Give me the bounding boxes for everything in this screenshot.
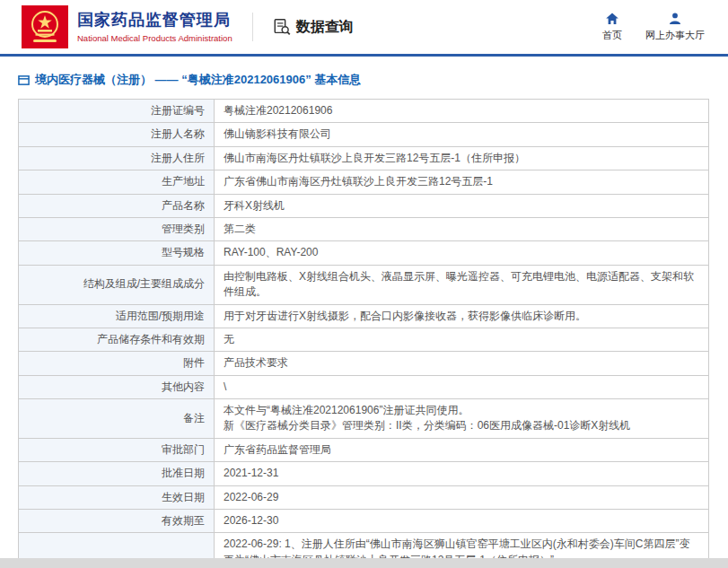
- row-label: 产品储存条件和有效期: [19, 328, 215, 351]
- header: 国家药品监督管理局 National Medical Products Admi…: [0, 0, 728, 54]
- data-query-label: 数据查询: [296, 18, 354, 37]
- row-value: 无: [215, 328, 709, 351]
- table-row: 适用范围/预期用途 用于对牙齿进行X射线摄影，配合口内影像接收器，获得影像供临床…: [19, 304, 709, 328]
- row-value: 2026-12-30: [215, 510, 709, 533]
- row-label: 型号规格: [19, 241, 215, 265]
- table-row: 审批部门 广东省药品监督管理局: [19, 438, 709, 461]
- row-value: \: [215, 375, 709, 398]
- row-value: 粤械注准20212061906: [215, 100, 709, 123]
- table-row: 备注 本文件与“粤械注准20212061906”注册证共同使用。 新《医疗器械分…: [19, 399, 709, 439]
- table-row: 产品名称 牙科X射线机: [19, 194, 709, 217]
- table-row: 生产地址 广东省佛山市南海区丹灶镇联沙上良开发三路12号五层-1: [19, 170, 709, 194]
- table-row: 管理类别 第二类: [19, 217, 709, 240]
- home-icon: [605, 12, 619, 26]
- table-row: 注册人名称 佛山镝影科技有限公司: [19, 123, 709, 146]
- row-label: 批准日期: [19, 462, 215, 485]
- row-value: RAY-100、RAY-200: [215, 241, 709, 265]
- row-value: 广东省佛山市南海区丹灶镇联沙上良开发三路12号五层-1: [215, 170, 709, 194]
- agency-name-en: National Medical Products Administration: [77, 33, 232, 43]
- row-label: 生产地址: [19, 170, 215, 194]
- row-value: 产品技术要求: [215, 352, 709, 375]
- device-info-table: 注册证编号 粤械注准20212061906 注册人名称 佛山镝影科技有限公司 注…: [18, 99, 709, 568]
- data-query-icon: [273, 18, 291, 36]
- agency-name-cn: 国家药品监督管理局: [77, 11, 232, 31]
- row-label: 其他内容: [19, 375, 215, 398]
- row-label: 注册人住所: [19, 146, 215, 170]
- table-row: 型号规格 RAY-100、RAY-200: [19, 241, 709, 265]
- row-label: 管理类别: [19, 217, 215, 240]
- header-nav: 首页 网上办事大厅: [602, 12, 710, 42]
- table-row: 注册人住所 佛山市南海区丹灶镇联沙上良开发三路12号五层-1（住所申报）: [19, 146, 709, 170]
- nav-home-label: 首页: [602, 29, 622, 42]
- row-label: 备注: [19, 399, 215, 439]
- row-value: 由控制电路板、X射线组合机头、液晶显示屏、曝光遥控器、可充电锂电池、电源适配器、…: [215, 265, 709, 304]
- row-label: 注册证编号: [19, 100, 215, 123]
- table-row: 生效日期 2022-06-29: [19, 485, 709, 509]
- row-value: 牙科X射线机: [215, 194, 709, 217]
- table-row: 批准日期 2021-12-31: [19, 462, 709, 485]
- row-label: 结构及组成/主要组成成分: [19, 265, 215, 304]
- table-row: 附件 产品技术要求: [19, 352, 709, 375]
- page-title-icon: [18, 74, 30, 86]
- agency-name-block: 国家药品监督管理局 National Medical Products Admi…: [77, 11, 232, 43]
- nav-home[interactable]: 首页: [602, 12, 622, 42]
- main-content: 境内医疗器械（注册） —— “粤械注准20212061906” 基本信息 注册证…: [0, 57, 728, 568]
- row-label: 注册人名称: [19, 123, 215, 146]
- row-label: 审批部门: [19, 438, 215, 461]
- table-row: 其他内容 \: [19, 375, 709, 398]
- page-title-row: 境内医疗器械（注册） —— “粤械注准20212061906” 基本信息: [18, 72, 710, 88]
- row-label: 适用范围/预期用途: [19, 304, 215, 328]
- nav-service-hall[interactable]: 网上办事大厅: [645, 12, 705, 42]
- row-value: 广东省药品监督管理局: [215, 438, 709, 461]
- table-row: 产品储存条件和有效期 无: [19, 328, 709, 351]
- row-value: 2022-06-29: [215, 485, 709, 509]
- row-label: 产品名称: [19, 194, 215, 217]
- row-label: 生效日期: [19, 485, 215, 509]
- table-row: 有效期至 2026-12-30: [19, 510, 709, 533]
- table-row: 结构及组成/主要组成成分 由控制电路板、X射线组合机头、液晶显示屏、曝光遥控器、…: [19, 265, 709, 304]
- row-value: 佛山市南海区丹灶镇联沙上良开发三路12号五层-1（住所申报）: [215, 146, 709, 170]
- page-title: 境内医疗器械（注册） —— “粤械注准20212061906” 基本信息: [35, 72, 361, 88]
- row-value: 2021-12-31: [215, 462, 709, 485]
- page-bottom-strip: [0, 558, 728, 568]
- table-row: 注册证编号 粤械注准20212061906: [19, 100, 709, 123]
- row-label: 附件: [19, 352, 215, 375]
- row-value: 佛山镝影科技有限公司: [215, 123, 709, 146]
- person-icon: [668, 12, 682, 26]
- row-value: 本文件与“粤械注准20212061906”注册证共同使用。 新《医疗器械分类目录…: [215, 399, 709, 439]
- header-divider: [252, 13, 253, 41]
- row-value: 用于对牙齿进行X射线摄影，配合口内影像接收器，获得影像供临床诊断用。: [215, 304, 709, 328]
- row-value: 第二类: [215, 217, 709, 240]
- nav-service-hall-label: 网上办事大厅: [645, 29, 705, 42]
- data-query-tab[interactable]: 数据查询: [273, 18, 354, 37]
- row-label: 有效期至: [19, 510, 215, 533]
- nmpa-emblem-logo: [22, 6, 68, 48]
